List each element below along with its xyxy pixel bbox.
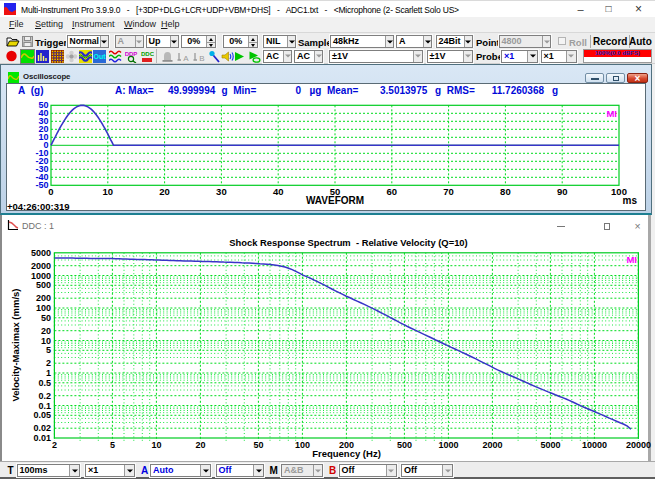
svg-text:20: 20 [41,326,51,336]
svg-text:WAVEFORM: WAVEFORM [306,195,364,206]
svg-text:2000: 2000 [31,261,51,271]
svg-text:50: 50 [41,313,51,323]
svg-text:90: 90 [557,186,568,197]
svg-text:DDC: DDC [141,51,154,57]
svg-text:0.5: 0.5 [38,378,51,388]
svg-text:-50: -50 [35,180,48,190]
svg-text:Frequency (Hz): Frequency (Hz) [312,448,381,459]
svg-text:A: A [183,54,189,63]
svg-text:MI: MI [606,108,617,119]
svg-text:Out: Out [93,53,106,60]
svg-text:B: B [199,54,204,63]
svg-text:+04:26:00:319: +04:26:00:319 [7,201,70,212]
svg-text:0.05: 0.05 [33,410,51,420]
svg-text:40: 40 [273,186,284,197]
svg-text:10: 10 [41,336,51,346]
svg-text:2: 2 [46,358,51,368]
svg-text:80: 80 [500,186,511,197]
svg-text:0.2: 0.2 [38,391,51,401]
svg-text:0: 0 [48,186,53,197]
svg-text:10: 10 [103,186,114,197]
svg-text:70: 70 [443,186,454,197]
svg-text:0.01: 0.01 [33,433,51,443]
svg-text:0.1: 0.1 [38,401,51,411]
svg-text:20: 20 [159,186,170,197]
svg-text:500: 500 [36,280,51,290]
svg-text:Velocity-Maximax (mm/s): Velocity-Maximax (mm/s) [10,289,21,402]
svg-text:MI: MI [626,254,637,265]
svg-text:100: 100 [36,303,51,313]
svg-text:1: 1 [46,368,51,378]
svg-text:0.02: 0.02 [33,423,51,433]
svg-text:30: 30 [216,186,227,197]
svg-text:Shock Response Spectrum - Rel: Shock Response Spectrum - Relative Veloc… [229,237,467,248]
svg-text:1000: 1000 [31,271,51,281]
svg-text:200: 200 [36,293,51,303]
svg-text:5: 5 [46,345,51,355]
svg-text:ms: ms [623,195,638,206]
svg-text:5000: 5000 [31,248,51,258]
svg-text:60: 60 [387,186,398,197]
